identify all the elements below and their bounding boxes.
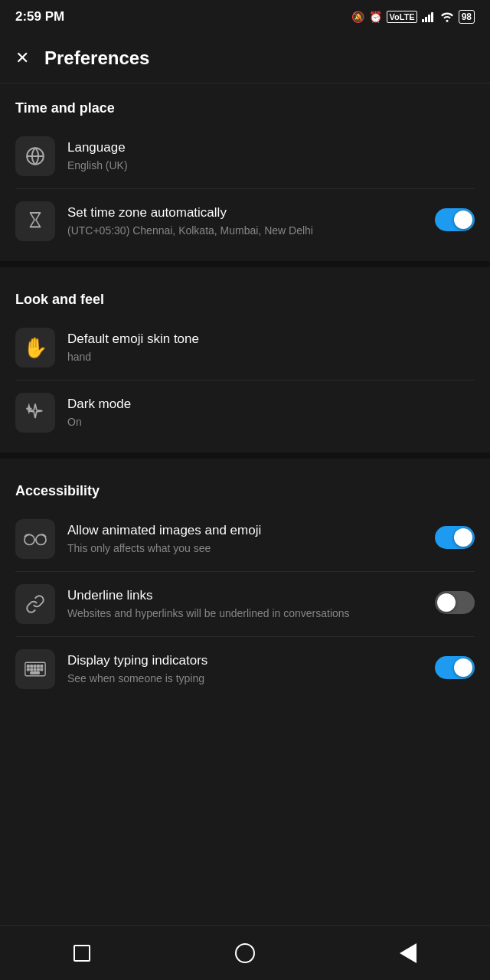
svg-point-7 [24,534,34,544]
setting-row-timezone[interactable]: Set time zone automatically(UTC+05:30) C… [0,189,490,253]
setting-text-timezone: Set time zone automatically(UTC+05:30) C… [67,204,426,239]
toggle-underline-links[interactable] [435,591,475,617]
scroll-pad [0,701,490,763]
toggle-thumb-typing-indicators [454,658,472,677]
recent-icon [74,945,90,962]
page-title: Preferences [44,47,149,69]
setting-title-underline-links: Underline links [67,587,426,604]
content-area: Time and place LanguageEnglish (UK) Set … [0,83,490,701]
setting-subtitle-animated-images: This only affects what you see [67,541,426,557]
toggle-thumb-timezone [454,211,472,229]
setting-subtitle-timezone: (UTC+05:30) Chennai, Kolkata, Mumbai, Ne… [67,224,426,239]
svg-rect-0 [422,19,424,22]
toggle-timezone[interactable] [435,208,475,234]
setting-text-dark-mode: Dark modeOn [67,396,475,430]
volte-icon: VoLTE [387,11,416,23]
alarm-icon: ⏰ [369,11,382,23]
setting-title-emoji-skin-tone: Default emoji skin tone [67,331,475,348]
setting-subtitle-dark-mode: On [67,415,475,430]
svg-rect-16 [31,668,33,671]
toggle-thumb-animated-images [454,528,472,547]
status-icons: 🔕 ⏰ VoLTE 98 [351,10,475,24]
signal-icon [422,11,436,22]
svg-rect-20 [31,672,39,675]
setting-text-animated-images: Allow animated images and emojiThis only… [67,522,426,557]
section-divider [0,452,490,459]
home-icon [235,943,255,963]
setting-text-language: LanguageEnglish (UK) [67,139,475,174]
svg-rect-14 [41,665,43,668]
hourglass-icon [15,201,55,241]
setting-title-language: Language [67,139,475,156]
section-divider [0,261,490,267]
setting-title-timezone: Set time zone automatically [67,204,426,221]
setting-row-underline-links[interactable]: Underline linksWebsites and hyperlinks w… [0,572,490,636]
toggle-animated-images[interactable] [435,526,475,552]
toggle-typing-indicators[interactable] [435,656,475,682]
mute-icon: 🔕 [351,11,364,23]
header: ✕ Preferences [0,34,490,83]
nav-recent-button[interactable] [59,938,105,969]
nav-back-button[interactable] [385,938,431,969]
svg-rect-11 [31,665,33,668]
section-label-time-and-place: Time and place [0,83,490,124]
svg-rect-18 [38,668,40,671]
setting-title-typing-indicators: Display typing indicators [67,652,426,669]
sparkle-icon [15,393,55,433]
setting-subtitle-underline-links: Websites and hyperlinks will be underlin… [67,606,426,622]
bottom-nav [0,925,490,980]
setting-title-dark-mode: Dark mode [67,396,475,413]
setting-subtitle-language: English (UK) [67,158,475,174]
setting-subtitle-emoji-skin-tone: hand [67,350,475,365]
link-icon [15,584,55,624]
svg-rect-19 [41,668,43,671]
svg-point-8 [36,534,46,544]
setting-title-animated-images: Allow animated images and emoji [67,522,426,539]
globe-icon [15,136,55,176]
section-label-look-and-feel: Look and feel [0,275,490,315]
status-time: 2:59 PM [15,9,64,24]
close-button[interactable]: ✕ [15,50,29,67]
wifi-icon [440,11,454,22]
toggle-thumb-underline-links [437,593,456,612]
nav-home-button[interactable] [222,938,268,969]
svg-rect-1 [425,17,427,22]
section-label-accessibility: Accessibility [0,466,490,507]
keyboard-icon [15,649,55,689]
setting-row-emoji-skin-tone[interactable]: ✋Default emoji skin tonehand [0,315,490,380]
setting-row-typing-indicators[interactable]: Display typing indicatorsSee when someon… [0,637,490,701]
setting-row-language[interactable]: LanguageEnglish (UK) [0,124,490,188]
status-bar: 2:59 PM 🔕 ⏰ VoLTE 98 [0,0,490,34]
setting-subtitle-typing-indicators: See when someone is typing [67,671,426,687]
svg-rect-17 [34,668,36,671]
svg-rect-2 [428,15,430,22]
setting-text-underline-links: Underline linksWebsites and hyperlinks w… [67,587,426,622]
glasses-icon [15,519,55,559]
svg-rect-15 [28,668,30,671]
svg-rect-12 [34,665,36,668]
svg-rect-10 [28,665,30,668]
setting-row-dark-mode[interactable]: Dark modeOn [0,381,490,445]
setting-text-emoji-skin-tone: Default emoji skin tonehand [67,331,475,365]
setting-text-typing-indicators: Display typing indicatorsSee when someon… [67,652,426,687]
svg-rect-3 [431,12,433,22]
battery-icon: 98 [459,10,475,24]
setting-row-animated-images[interactable]: Allow animated images and emojiThis only… [0,507,490,571]
back-icon [400,943,416,963]
svg-rect-13 [38,665,40,668]
hand-icon: ✋ [15,328,55,368]
